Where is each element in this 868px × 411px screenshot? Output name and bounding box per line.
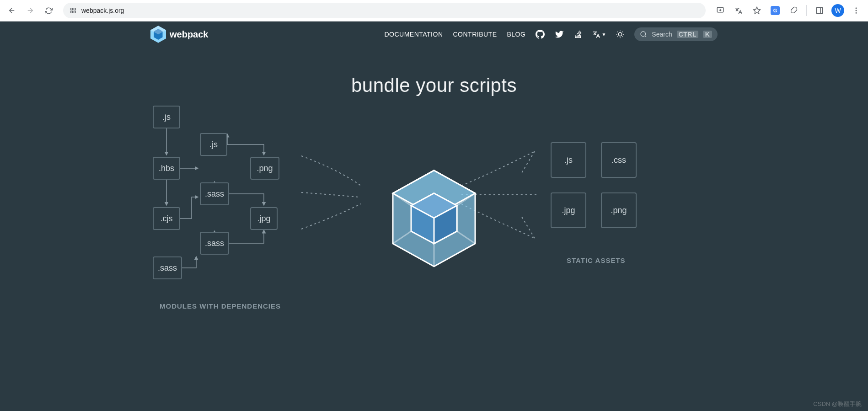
translate-icon[interactable] [731,3,746,18]
search-box[interactable]: Search CTRL K [634,27,718,41]
svg-rect-3 [74,11,75,13]
search-kbd-ctrl: CTRL [677,31,698,38]
module-box: .jpg [250,207,278,230]
profile-avatar[interactable]: W [830,3,845,18]
static-asset-box: .jpg [551,192,586,228]
search-kbd-k: K [703,31,712,38]
github-icon[interactable] [536,30,545,39]
twitter-icon[interactable] [555,30,564,39]
install-app-icon[interactable] [713,3,728,18]
sidepanel-icon[interactable] [812,3,827,18]
svg-rect-2 [71,11,73,13]
module-box: .cjs [153,207,180,230]
forward-button[interactable] [23,3,38,18]
modules-label: MODULES WITH DEPENDENCIES [160,302,281,310]
static-asset-box: .png [601,192,637,228]
module-box: .png [250,157,279,180]
stackoverflow-icon[interactable] [574,30,582,39]
static-label: STATIC ASSETS [567,256,626,264]
search-label: Search [652,31,672,38]
svg-rect-0 [71,8,73,10]
url-text: webpack.js.org [81,7,124,14]
module-box: .sass [200,232,229,255]
site-settings-icon [70,7,77,14]
menu-icon[interactable] [849,3,863,18]
url-bar[interactable]: webpack.js.org [63,3,706,18]
nav-documentation[interactable]: DOCUMENTATION [384,31,443,38]
webpack-logo-icon [150,26,166,43]
brand-text: webpack [170,29,208,40]
theme-toggle-icon[interactable] [616,30,624,38]
page-content: webpack DOCUMENTATION CONTRIBUTE BLOG ▼ … [0,21,868,411]
svg-point-7 [856,7,857,9]
svg-rect-1 [74,8,75,10]
hero-title: bundle your scripts [0,75,868,96]
back-button[interactable] [5,3,19,18]
module-box: .js [153,106,180,128]
chrome-divider [806,5,807,16]
svg-point-9 [856,12,857,14]
svg-point-11 [641,32,646,37]
extension-badge[interactable]: G [768,3,782,18]
nav-blog[interactable]: BLOG [507,31,526,38]
module-box: .js [200,133,227,156]
logo[interactable]: webpack [150,26,208,43]
browser-chrome: webpack.js.org G W [0,0,868,21]
language-icon[interactable]: ▼ [592,30,606,38]
svg-point-10 [619,32,622,36]
hero: bundle your scripts [0,47,868,96]
site-navbar: webpack DOCUMENTATION CONTRIBUTE BLOG ▼ … [141,21,727,47]
svg-point-8 [856,10,857,11]
reload-button[interactable] [41,3,56,18]
diagram: .js.js.hbs.png.sass.cjs.jpg.sass.sass .j… [141,106,727,343]
bookmark-icon[interactable] [750,3,764,18]
module-box: .sass [153,256,182,279]
nav-contribute[interactable]: CONTRIBUTE [453,31,497,38]
svg-rect-5 [816,7,823,14]
module-box: .sass [200,182,229,205]
static-asset-box: .js [551,142,586,178]
watermark: CSDN @唤醒手腕 [813,400,862,408]
webpack-cube-icon [388,168,480,271]
search-icon [640,31,647,38]
module-box: .hbs [153,157,180,180]
static-asset-box: .css [601,142,637,178]
extensions-icon[interactable] [786,3,801,18]
